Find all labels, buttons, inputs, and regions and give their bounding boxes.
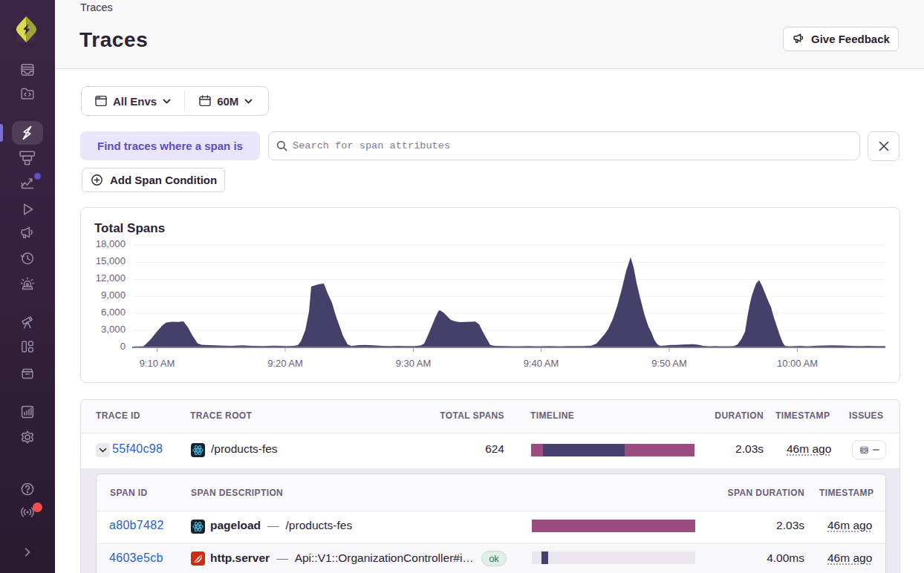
svg-text:9:40 AM: 9:40 AM: [524, 358, 559, 369]
svg-text:9,000: 9,000: [101, 289, 126, 301]
svg-text:9:20 AM: 9:20 AM: [267, 358, 303, 369]
svg-text:12,000: 12,000: [96, 272, 126, 284]
svg-text:6,000: 6,000: [101, 307, 126, 318]
svg-text:3,000: 3,000: [101, 324, 126, 335]
svg-text:9:10 AM: 9:10 AM: [140, 358, 175, 369]
svg-text:9:30 AM: 9:30 AM: [396, 358, 432, 369]
svg-text:9:50 AM: 9:50 AM: [651, 358, 687, 369]
svg-text:0: 0: [120, 341, 126, 352]
svg-text:15,000: 15,000: [96, 255, 126, 266]
svg-text:18,000: 18,000: [96, 238, 126, 249]
svg-text:10:00 AM: 10:00 AM: [777, 358, 818, 369]
